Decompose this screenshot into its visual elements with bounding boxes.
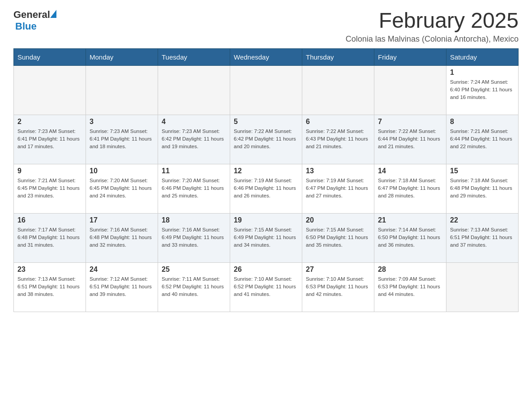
day-info: Sunrise: 7:15 AM Sunset: 6:49 PM Dayligh… xyxy=(234,226,298,249)
calendar-day xyxy=(86,65,158,115)
calendar-day: 3Sunrise: 7:23 AM Sunset: 6:41 PM Daylig… xyxy=(86,115,158,164)
calendar-table: SundayMondayTuesdayWednesdayThursdayFrid… xyxy=(13,48,519,312)
calendar-day: 27Sunrise: 7:10 AM Sunset: 6:53 PM Dayli… xyxy=(302,262,374,312)
weekday-header-monday: Monday xyxy=(86,48,158,65)
calendar-day: 6Sunrise: 7:22 AM Sunset: 6:43 PM Daylig… xyxy=(302,115,374,164)
title-section: February 2025 Colonia las Malvinas (Colo… xyxy=(346,9,519,44)
day-info: Sunrise: 7:09 AM Sunset: 6:53 PM Dayligh… xyxy=(378,275,442,299)
day-info: Sunrise: 7:10 AM Sunset: 6:53 PM Dayligh… xyxy=(306,275,370,299)
day-info: Sunrise: 7:16 AM Sunset: 6:49 PM Dayligh… xyxy=(162,226,226,249)
day-number: 19 xyxy=(234,216,298,224)
weekday-header-sunday: Sunday xyxy=(14,48,86,65)
day-info: Sunrise: 7:13 AM Sunset: 6:51 PM Dayligh… xyxy=(450,226,515,249)
calendar-day: 12Sunrise: 7:19 AM Sunset: 6:46 PM Dayli… xyxy=(230,164,302,213)
day-number: 10 xyxy=(90,167,154,175)
weekday-header-friday: Friday xyxy=(374,48,446,65)
calendar-subtitle: Colonia las Malvinas (Colonia Antorcha),… xyxy=(346,34,519,44)
calendar-day: 4Sunrise: 7:23 AM Sunset: 6:42 PM Daylig… xyxy=(158,115,230,164)
day-number: 13 xyxy=(306,167,370,175)
day-info: Sunrise: 7:22 AM Sunset: 6:44 PM Dayligh… xyxy=(378,128,442,151)
weekday-header-thursday: Thursday xyxy=(302,48,374,65)
calendar-day: 11Sunrise: 7:20 AM Sunset: 6:46 PM Dayli… xyxy=(158,164,230,213)
day-number: 18 xyxy=(162,216,226,224)
day-number: 12 xyxy=(234,167,298,175)
calendar-title: February 2025 xyxy=(346,9,519,33)
weekday-header-saturday: Saturday xyxy=(446,48,519,65)
day-info: Sunrise: 7:23 AM Sunset: 6:41 PM Dayligh… xyxy=(90,128,154,151)
day-info: Sunrise: 7:10 AM Sunset: 6:52 PM Dayligh… xyxy=(234,275,298,299)
calendar-header-row: SundayMondayTuesdayWednesdayThursdayFrid… xyxy=(14,48,519,65)
logo-triangle-icon xyxy=(50,10,56,18)
day-number: 14 xyxy=(378,167,442,175)
logo-general-text: General xyxy=(13,9,50,21)
day-number: 3 xyxy=(90,118,154,126)
calendar-week-1: 1Sunrise: 7:24 AM Sunset: 6:40 PM Daylig… xyxy=(14,65,519,115)
calendar-day: 5Sunrise: 7:22 AM Sunset: 6:42 PM Daylig… xyxy=(230,115,302,164)
calendar-week-2: 2Sunrise: 7:23 AM Sunset: 6:41 PM Daylig… xyxy=(14,115,519,164)
calendar-week-5: 23Sunrise: 7:13 AM Sunset: 6:51 PM Dayli… xyxy=(14,262,519,312)
weekday-header-tuesday: Tuesday xyxy=(158,48,230,65)
day-info: Sunrise: 7:22 AM Sunset: 6:42 PM Dayligh… xyxy=(234,128,298,151)
calendar-day xyxy=(302,65,374,115)
day-number: 15 xyxy=(450,167,515,175)
calendar-day xyxy=(14,65,86,115)
calendar-day xyxy=(230,65,302,115)
calendar-day: 28Sunrise: 7:09 AM Sunset: 6:53 PM Dayli… xyxy=(374,262,446,312)
calendar-day: 2Sunrise: 7:23 AM Sunset: 6:41 PM Daylig… xyxy=(14,115,86,164)
day-number: 1 xyxy=(450,68,515,77)
day-number: 21 xyxy=(378,216,442,224)
day-number: 5 xyxy=(234,118,298,126)
page-header: General Blue February 2025 Colonia las M… xyxy=(13,9,519,44)
calendar-day: 7Sunrise: 7:22 AM Sunset: 6:44 PM Daylig… xyxy=(374,115,446,164)
day-number: 24 xyxy=(90,265,154,274)
calendar-day: 19Sunrise: 7:15 AM Sunset: 6:49 PM Dayli… xyxy=(230,213,302,262)
calendar-day xyxy=(374,65,446,115)
day-number: 2 xyxy=(17,118,82,126)
calendar-day: 22Sunrise: 7:13 AM Sunset: 6:51 PM Dayli… xyxy=(446,213,519,262)
calendar-day: 9Sunrise: 7:21 AM Sunset: 6:45 PM Daylig… xyxy=(14,164,86,213)
day-info: Sunrise: 7:23 AM Sunset: 6:42 PM Dayligh… xyxy=(162,128,226,151)
calendar-day: 26Sunrise: 7:10 AM Sunset: 6:52 PM Dayli… xyxy=(230,262,302,312)
day-info: Sunrise: 7:24 AM Sunset: 6:40 PM Dayligh… xyxy=(450,78,515,102)
day-info: Sunrise: 7:20 AM Sunset: 6:45 PM Dayligh… xyxy=(90,177,154,200)
calendar-week-3: 9Sunrise: 7:21 AM Sunset: 6:45 PM Daylig… xyxy=(14,164,519,213)
day-info: Sunrise: 7:15 AM Sunset: 6:50 PM Dayligh… xyxy=(306,226,370,249)
day-info: Sunrise: 7:18 AM Sunset: 6:47 PM Dayligh… xyxy=(378,177,442,200)
calendar-day: 23Sunrise: 7:13 AM Sunset: 6:51 PM Dayli… xyxy=(14,262,86,312)
calendar-day: 25Sunrise: 7:11 AM Sunset: 6:52 PM Dayli… xyxy=(158,262,230,312)
day-info: Sunrise: 7:21 AM Sunset: 6:45 PM Dayligh… xyxy=(17,177,82,200)
day-info: Sunrise: 7:14 AM Sunset: 6:50 PM Dayligh… xyxy=(378,226,442,249)
day-number: 17 xyxy=(90,216,154,224)
day-number: 7 xyxy=(378,118,442,126)
day-number: 23 xyxy=(17,265,82,274)
calendar-day: 16Sunrise: 7:17 AM Sunset: 6:48 PM Dayli… xyxy=(14,213,86,262)
day-number: 22 xyxy=(450,216,515,224)
day-info: Sunrise: 7:11 AM Sunset: 6:52 PM Dayligh… xyxy=(162,275,226,299)
day-number: 6 xyxy=(306,118,370,126)
logo-blue-text: Blue xyxy=(15,21,37,32)
day-number: 27 xyxy=(306,265,370,274)
calendar-day: 18Sunrise: 7:16 AM Sunset: 6:49 PM Dayli… xyxy=(158,213,230,262)
day-number: 20 xyxy=(306,216,370,224)
calendar-day: 8Sunrise: 7:21 AM Sunset: 6:44 PM Daylig… xyxy=(446,115,519,164)
calendar-day: 10Sunrise: 7:20 AM Sunset: 6:45 PM Dayli… xyxy=(86,164,158,213)
day-number: 28 xyxy=(378,265,442,274)
calendar-day: 1Sunrise: 7:24 AM Sunset: 6:40 PM Daylig… xyxy=(446,65,519,115)
calendar-day: 13Sunrise: 7:19 AM Sunset: 6:47 PM Dayli… xyxy=(302,164,374,213)
day-info: Sunrise: 7:17 AM Sunset: 6:48 PM Dayligh… xyxy=(17,226,82,249)
day-number: 4 xyxy=(162,118,226,126)
day-info: Sunrise: 7:21 AM Sunset: 6:44 PM Dayligh… xyxy=(450,128,515,151)
day-info: Sunrise: 7:23 AM Sunset: 6:41 PM Dayligh… xyxy=(17,128,82,151)
calendar-day: 17Sunrise: 7:16 AM Sunset: 6:48 PM Dayli… xyxy=(86,213,158,262)
day-info: Sunrise: 7:16 AM Sunset: 6:48 PM Dayligh… xyxy=(90,226,154,249)
calendar-week-4: 16Sunrise: 7:17 AM Sunset: 6:48 PM Dayli… xyxy=(14,213,519,262)
day-info: Sunrise: 7:22 AM Sunset: 6:43 PM Dayligh… xyxy=(306,128,370,151)
day-info: Sunrise: 7:12 AM Sunset: 6:51 PM Dayligh… xyxy=(90,275,154,299)
day-number: 26 xyxy=(234,265,298,274)
day-number: 9 xyxy=(17,167,82,175)
day-info: Sunrise: 7:20 AM Sunset: 6:46 PM Dayligh… xyxy=(162,177,226,200)
calendar-day: 15Sunrise: 7:18 AM Sunset: 6:48 PM Dayli… xyxy=(446,164,519,213)
day-number: 8 xyxy=(450,118,515,126)
day-info: Sunrise: 7:19 AM Sunset: 6:46 PM Dayligh… xyxy=(234,177,298,200)
day-number: 25 xyxy=(162,265,226,274)
